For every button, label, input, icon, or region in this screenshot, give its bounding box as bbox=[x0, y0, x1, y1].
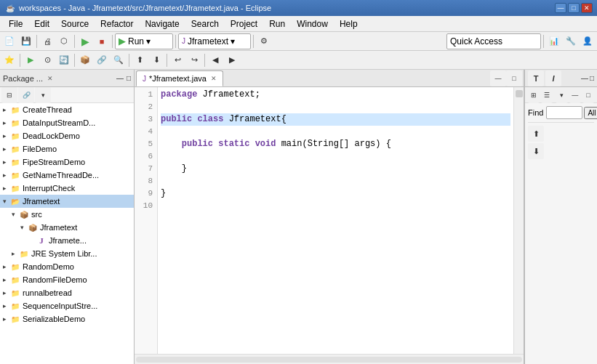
tree-arrow: ▸ bbox=[3, 289, 10, 296]
line-number: 4 bbox=[137, 126, 153, 138]
find-input[interactable] bbox=[546, 106, 582, 119]
line-numbers: 12345678910 bbox=[135, 87, 158, 354]
menu-window[interactable]: Window bbox=[291, 16, 334, 31]
menu-project[interactable]: Project bbox=[225, 16, 263, 31]
print-button[interactable]: 🖨 bbox=[39, 33, 55, 49]
run-chevron: ▾ bbox=[146, 36, 151, 46]
toolbar-icon1[interactable]: 📊 bbox=[546, 33, 562, 49]
tree-item[interactable]: ▸📁SerializableDemo bbox=[0, 312, 134, 325]
menu-run[interactable]: Run bbox=[263, 16, 291, 31]
tree-item[interactable]: ▸📁FipeStreamDemo bbox=[0, 155, 134, 169]
pe-close[interactable]: ✕ bbox=[47, 75, 53, 82]
editor-tab-jframetext[interactable]: J *Jframetext.java ✕ bbox=[136, 70, 223, 86]
pe-more[interactable]: ▾ bbox=[35, 87, 51, 103]
new-button[interactable]: 📄 bbox=[1, 33, 17, 49]
play-button[interactable]: ▶ bbox=[77, 33, 93, 49]
menu-search[interactable]: Search bbox=[185, 16, 225, 31]
save-button[interactable]: 💾 bbox=[18, 33, 34, 49]
tree-item[interactable]: ▸📁RandomDemo bbox=[0, 260, 134, 273]
editor-max[interactable]: □ bbox=[506, 70, 522, 86]
rp-minimize[interactable]: — bbox=[581, 74, 588, 82]
menu-file[interactable]: File bbox=[3, 16, 28, 31]
h-scrollbar[interactable] bbox=[135, 354, 524, 364]
tb2-11[interactable]: ↪ bbox=[186, 52, 202, 68]
jframetext-dropdown[interactable]: J Jframetext ▾ bbox=[178, 33, 251, 49]
pe-link[interactable]: 🔗 bbox=[18, 87, 34, 103]
rp-max2[interactable]: □ bbox=[582, 87, 594, 103]
tb2-13[interactable]: ▶ bbox=[224, 52, 240, 68]
toolbar-icon2[interactable]: 🔧 bbox=[563, 33, 579, 49]
tree-item[interactable]: ▾📂Jframetext bbox=[0, 195, 134, 208]
tree-item[interactable]: JJframete... bbox=[0, 234, 134, 247]
tb2-7[interactable]: 🔍 bbox=[111, 52, 127, 68]
run-dropdown[interactable]: ▶ Run ▾ bbox=[115, 33, 173, 49]
quick-access-box[interactable]: Quick Access bbox=[446, 33, 541, 49]
rp-more2[interactable]: ▾ bbox=[556, 87, 567, 103]
tb2-3[interactable]: ⊙ bbox=[39, 52, 55, 68]
pe-content[interactable]: ▸📁CreateThread▸📁DataInputStreamD...▸📁Dea… bbox=[0, 103, 134, 364]
code-line: } bbox=[161, 187, 510, 200]
tree-item[interactable]: ▸📁CreateThread bbox=[0, 103, 134, 116]
tree-item[interactable]: ▸📁RandomFileDemo bbox=[0, 273, 134, 286]
tb2-12[interactable]: ◀ bbox=[207, 52, 223, 68]
rp-T[interactable]: T bbox=[528, 70, 544, 86]
sep11 bbox=[204, 54, 205, 67]
tree-item[interactable]: ▸📁DeadLockDemo bbox=[0, 129, 134, 142]
editor-tab-close[interactable]: ✕ bbox=[211, 75, 217, 82]
menu-source[interactable]: Source bbox=[55, 16, 95, 31]
toolbar-icon3[interactable]: 👤 bbox=[580, 33, 596, 49]
tree-icon: 📁 bbox=[10, 301, 20, 311]
close-button[interactable]: ✕ bbox=[581, 3, 593, 13]
tree-arrow: ▸ bbox=[3, 302, 10, 310]
minimize-button[interactable]: — bbox=[555, 3, 566, 13]
tb2-6[interactable]: 🔗 bbox=[94, 52, 110, 68]
rp-action2[interactable]: ⬇ bbox=[528, 143, 544, 159]
tb2-1[interactable]: ⭐ bbox=[1, 52, 17, 68]
tb2-5[interactable]: 📦 bbox=[77, 52, 93, 68]
tree-item[interactable]: ▸📁DataInputStreamD... bbox=[0, 116, 134, 129]
tree-label: DeadLockDemo bbox=[23, 132, 80, 140]
pe-minimize[interactable]: — bbox=[116, 74, 124, 82]
find-all-button[interactable]: All bbox=[584, 107, 597, 119]
tree-item[interactable]: ▾📦Jframetext bbox=[0, 221, 134, 234]
settings-button[interactable]: ⚙ bbox=[256, 33, 272, 49]
rp-A[interactable]: I bbox=[545, 70, 561, 86]
tree-item[interactable]: ▸📁InterruptCheck bbox=[0, 182, 134, 195]
toolbar-row1: 📄 💾 🖨 ⬡ ▶ ■ ▶ Run ▾ J Jframetext ▾ ⚙ Qui… bbox=[0, 32, 597, 51]
menu-help[interactable]: Help bbox=[334, 16, 364, 31]
code-area[interactable]: package Jframetext; public class Jframet… bbox=[158, 87, 513, 354]
tree-arrow: ▸ bbox=[3, 119, 10, 126]
menu-edit[interactable]: Edit bbox=[28, 16, 55, 31]
tool2[interactable]: ⬡ bbox=[56, 33, 72, 49]
rp-action1[interactable]: ⬆ bbox=[528, 126, 544, 142]
editor-scrollbar[interactable] bbox=[513, 87, 524, 354]
line-number: 9 bbox=[137, 187, 153, 200]
tree-item[interactable]: ▸📁GetNameThreadDe... bbox=[0, 169, 134, 182]
pe-collapse[interactable]: ⊟ bbox=[1, 87, 17, 103]
tb2-9[interactable]: ⬇ bbox=[148, 52, 164, 68]
maximize-button[interactable]: □ bbox=[568, 3, 580, 13]
menu-refactor[interactable]: Refactor bbox=[95, 16, 139, 31]
pe-maximize[interactable]: □ bbox=[127, 74, 131, 82]
rp-min2[interactable]: — bbox=[569, 87, 581, 103]
tree-item[interactable]: ▸📁runnalbetread bbox=[0, 286, 134, 299]
tree-label: SerializableDemo bbox=[23, 315, 85, 323]
tree-icon: 📁 bbox=[10, 157, 20, 167]
rp-maximize[interactable]: □ bbox=[590, 74, 594, 82]
tree-item[interactable]: ▾📦src bbox=[0, 208, 134, 221]
rp-toolbar: T I — □ bbox=[525, 70, 597, 87]
tree-item[interactable]: ▸📁JRE System Libr... bbox=[0, 247, 134, 260]
editor-min[interactable]: — bbox=[490, 70, 506, 86]
tb2-4[interactable]: 🔄 bbox=[56, 52, 72, 68]
tree-item[interactable]: ▸📁SequenceInputStre... bbox=[0, 299, 134, 312]
scroll-thumb[interactable] bbox=[516, 90, 523, 97]
menu-navigate[interactable]: Navigate bbox=[139, 16, 185, 31]
tb2-8[interactable]: ⬆ bbox=[132, 52, 148, 68]
rp-list[interactable]: ☰ bbox=[541, 87, 553, 103]
rp-expand[interactable]: ⊞ bbox=[528, 87, 540, 103]
tb2-2[interactable]: ▶ bbox=[23, 52, 39, 68]
tb2-10[interactable]: ↩ bbox=[169, 52, 185, 68]
jframe-icon: J bbox=[182, 37, 185, 45]
stop-button[interactable]: ■ bbox=[94, 33, 110, 49]
tree-item[interactable]: ▸📁FileDemo bbox=[0, 142, 134, 155]
